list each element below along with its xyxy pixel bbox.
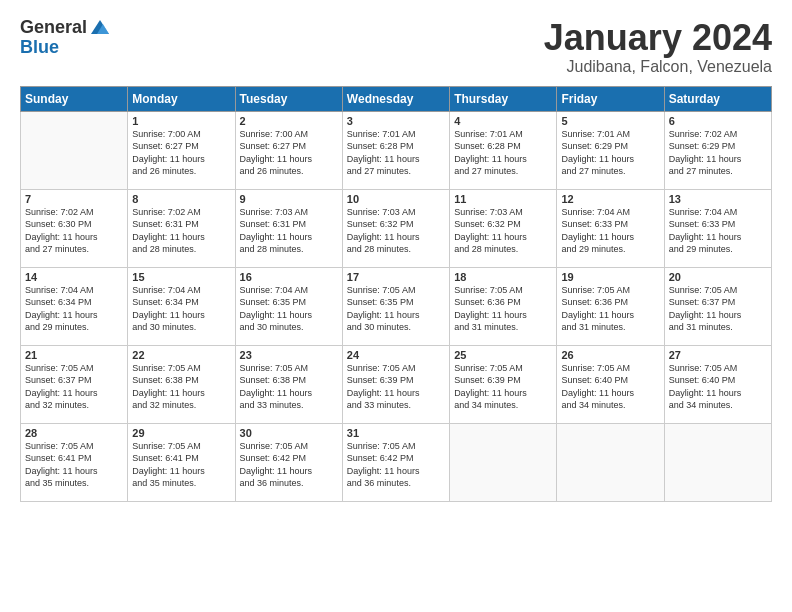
header-cell: Wednesday (342, 86, 449, 111)
day-cell: 11Sunrise: 7:03 AM Sunset: 6:32 PM Dayli… (450, 189, 557, 267)
day-info: Sunrise: 7:05 AM Sunset: 6:36 PM Dayligh… (454, 284, 552, 334)
day-cell: 2Sunrise: 7:00 AM Sunset: 6:27 PM Daylig… (235, 111, 342, 189)
day-cell: 24Sunrise: 7:05 AM Sunset: 6:39 PM Dayli… (342, 345, 449, 423)
day-info: Sunrise: 7:03 AM Sunset: 6:32 PM Dayligh… (347, 206, 445, 256)
subtitle: Judibana, Falcon, Venezuela (544, 58, 772, 76)
day-number: 14 (25, 271, 123, 283)
day-info: Sunrise: 7:05 AM Sunset: 6:38 PM Dayligh… (132, 362, 230, 412)
day-info: Sunrise: 7:05 AM Sunset: 6:41 PM Dayligh… (25, 440, 123, 490)
day-info: Sunrise: 7:05 AM Sunset: 6:37 PM Dayligh… (669, 284, 767, 334)
day-cell: 19Sunrise: 7:05 AM Sunset: 6:36 PM Dayli… (557, 267, 664, 345)
day-number: 4 (454, 115, 552, 127)
day-cell: 4Sunrise: 7:01 AM Sunset: 6:28 PM Daylig… (450, 111, 557, 189)
day-cell: 5Sunrise: 7:01 AM Sunset: 6:29 PM Daylig… (557, 111, 664, 189)
day-number: 28 (25, 427, 123, 439)
day-number: 15 (132, 271, 230, 283)
week-row: 21Sunrise: 7:05 AM Sunset: 6:37 PM Dayli… (21, 345, 772, 423)
day-number: 10 (347, 193, 445, 205)
day-cell: 15Sunrise: 7:04 AM Sunset: 6:34 PM Dayli… (128, 267, 235, 345)
day-number: 26 (561, 349, 659, 361)
day-number: 1 (132, 115, 230, 127)
day-cell: 30Sunrise: 7:05 AM Sunset: 6:42 PM Dayli… (235, 423, 342, 501)
day-cell: 10Sunrise: 7:03 AM Sunset: 6:32 PM Dayli… (342, 189, 449, 267)
day-info: Sunrise: 7:05 AM Sunset: 6:37 PM Dayligh… (25, 362, 123, 412)
title-block: January 2024 Judibana, Falcon, Venezuela (544, 18, 772, 76)
day-info: Sunrise: 7:01 AM Sunset: 6:28 PM Dayligh… (454, 128, 552, 178)
week-row: 14Sunrise: 7:04 AM Sunset: 6:34 PM Dayli… (21, 267, 772, 345)
day-cell: 3Sunrise: 7:01 AM Sunset: 6:28 PM Daylig… (342, 111, 449, 189)
day-cell: 16Sunrise: 7:04 AM Sunset: 6:35 PM Dayli… (235, 267, 342, 345)
header-cell: Monday (128, 86, 235, 111)
logo-text: General Blue (20, 18, 111, 58)
day-number: 13 (669, 193, 767, 205)
day-info: Sunrise: 7:00 AM Sunset: 6:27 PM Dayligh… (240, 128, 338, 178)
day-info: Sunrise: 7:05 AM Sunset: 6:36 PM Dayligh… (561, 284, 659, 334)
week-row: 28Sunrise: 7:05 AM Sunset: 6:41 PM Dayli… (21, 423, 772, 501)
day-info: Sunrise: 7:04 AM Sunset: 6:33 PM Dayligh… (669, 206, 767, 256)
day-cell: 29Sunrise: 7:05 AM Sunset: 6:41 PM Dayli… (128, 423, 235, 501)
header: General Blue January 2024 Judibana, Falc… (20, 18, 772, 76)
day-cell: 27Sunrise: 7:05 AM Sunset: 6:40 PM Dayli… (664, 345, 771, 423)
day-info: Sunrise: 7:05 AM Sunset: 6:42 PM Dayligh… (347, 440, 445, 490)
day-number: 31 (347, 427, 445, 439)
day-cell: 31Sunrise: 7:05 AM Sunset: 6:42 PM Dayli… (342, 423, 449, 501)
logo-icon (89, 16, 111, 38)
day-cell: 21Sunrise: 7:05 AM Sunset: 6:37 PM Dayli… (21, 345, 128, 423)
day-cell (21, 111, 128, 189)
calendar-body: 1Sunrise: 7:00 AM Sunset: 6:27 PM Daylig… (21, 111, 772, 501)
day-number: 7 (25, 193, 123, 205)
day-info: Sunrise: 7:03 AM Sunset: 6:32 PM Dayligh… (454, 206, 552, 256)
day-cell: 25Sunrise: 7:05 AM Sunset: 6:39 PM Dayli… (450, 345, 557, 423)
day-info: Sunrise: 7:02 AM Sunset: 6:30 PM Dayligh… (25, 206, 123, 256)
day-number: 16 (240, 271, 338, 283)
day-info: Sunrise: 7:05 AM Sunset: 6:40 PM Dayligh… (669, 362, 767, 412)
day-info: Sunrise: 7:03 AM Sunset: 6:31 PM Dayligh… (240, 206, 338, 256)
day-cell: 26Sunrise: 7:05 AM Sunset: 6:40 PM Dayli… (557, 345, 664, 423)
day-info: Sunrise: 7:05 AM Sunset: 6:41 PM Dayligh… (132, 440, 230, 490)
day-cell (664, 423, 771, 501)
day-cell: 8Sunrise: 7:02 AM Sunset: 6:31 PM Daylig… (128, 189, 235, 267)
day-number: 2 (240, 115, 338, 127)
calendar-header: SundayMondayTuesdayWednesdayThursdayFrid… (21, 86, 772, 111)
calendar: SundayMondayTuesdayWednesdayThursdayFrid… (20, 86, 772, 502)
day-number: 12 (561, 193, 659, 205)
day-cell: 18Sunrise: 7:05 AM Sunset: 6:36 PM Dayli… (450, 267, 557, 345)
day-cell: 1Sunrise: 7:00 AM Sunset: 6:27 PM Daylig… (128, 111, 235, 189)
day-info: Sunrise: 7:00 AM Sunset: 6:27 PM Dayligh… (132, 128, 230, 178)
day-cell: 23Sunrise: 7:05 AM Sunset: 6:38 PM Dayli… (235, 345, 342, 423)
day-number: 5 (561, 115, 659, 127)
header-cell: Tuesday (235, 86, 342, 111)
day-number: 23 (240, 349, 338, 361)
day-cell: 22Sunrise: 7:05 AM Sunset: 6:38 PM Dayli… (128, 345, 235, 423)
day-cell: 9Sunrise: 7:03 AM Sunset: 6:31 PM Daylig… (235, 189, 342, 267)
day-cell: 13Sunrise: 7:04 AM Sunset: 6:33 PM Dayli… (664, 189, 771, 267)
header-cell: Thursday (450, 86, 557, 111)
day-info: Sunrise: 7:01 AM Sunset: 6:28 PM Dayligh… (347, 128, 445, 178)
page: General Blue January 2024 Judibana, Falc… (0, 0, 792, 612)
day-info: Sunrise: 7:04 AM Sunset: 6:33 PM Dayligh… (561, 206, 659, 256)
day-cell (450, 423, 557, 501)
day-number: 29 (132, 427, 230, 439)
day-number: 11 (454, 193, 552, 205)
day-number: 21 (25, 349, 123, 361)
day-info: Sunrise: 7:05 AM Sunset: 6:35 PM Dayligh… (347, 284, 445, 334)
day-info: Sunrise: 7:05 AM Sunset: 6:40 PM Dayligh… (561, 362, 659, 412)
day-info: Sunrise: 7:01 AM Sunset: 6:29 PM Dayligh… (561, 128, 659, 178)
day-info: Sunrise: 7:04 AM Sunset: 6:34 PM Dayligh… (132, 284, 230, 334)
day-info: Sunrise: 7:05 AM Sunset: 6:39 PM Dayligh… (347, 362, 445, 412)
day-number: 27 (669, 349, 767, 361)
day-cell: 20Sunrise: 7:05 AM Sunset: 6:37 PM Dayli… (664, 267, 771, 345)
header-cell: Friday (557, 86, 664, 111)
day-number: 22 (132, 349, 230, 361)
logo-blue: Blue (20, 38, 111, 58)
day-cell: 17Sunrise: 7:05 AM Sunset: 6:35 PM Dayli… (342, 267, 449, 345)
day-cell (557, 423, 664, 501)
day-number: 9 (240, 193, 338, 205)
day-number: 6 (669, 115, 767, 127)
day-info: Sunrise: 7:05 AM Sunset: 6:38 PM Dayligh… (240, 362, 338, 412)
day-number: 17 (347, 271, 445, 283)
day-cell: 28Sunrise: 7:05 AM Sunset: 6:41 PM Dayli… (21, 423, 128, 501)
day-number: 25 (454, 349, 552, 361)
header-cell: Sunday (21, 86, 128, 111)
day-number: 19 (561, 271, 659, 283)
